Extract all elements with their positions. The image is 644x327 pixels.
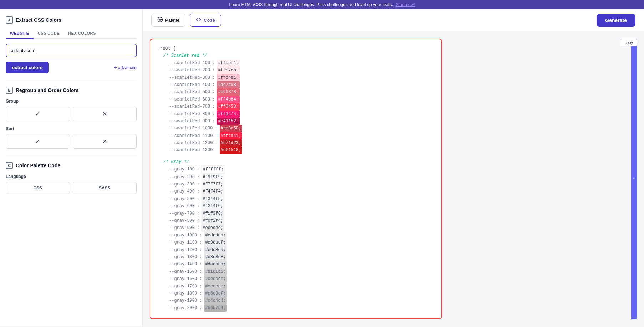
section-a-header: A Extract CSS Colors (6, 16, 137, 24)
palette-label: Palette (165, 17, 179, 23)
input-actions: extract colors advanced (6, 62, 137, 73)
svg-point-3 (160, 20, 160, 21)
banner-link[interactable]: Start now! (395, 2, 415, 7)
group-toggles: ✓ ✕ (6, 107, 137, 121)
language-label: Language (6, 174, 137, 179)
gray-1200-line: --gray-1200 : #e6e8ed; (158, 246, 434, 254)
gray-comment: /* Gray */ (163, 159, 189, 164)
extract-colors-button[interactable]: extract colors (6, 62, 49, 73)
check-icon: ✓ (35, 111, 40, 117)
gray-600-line: --gray-600 : #f2f4f6; (158, 203, 434, 210)
scarlet-1100-line: --scarletRed-1100 : #ff1d41; (158, 132, 434, 139)
gray-1500-line: --gray-1500 : #d1d1d1; (158, 268, 434, 275)
code-wrapper: :root { /* Scarlet red */ --scarletRed-1… (150, 39, 637, 319)
scarlet-700-line: --scarletRed-700 : #ff3458; (158, 103, 434, 110)
gray-1700-line: --gray-1700 : #cccccc; (158, 283, 434, 290)
gray-1400-line: --gray-1400 : #dadbdd; (158, 261, 434, 268)
main-area: Palette Code Generate :root { (143, 9, 644, 326)
language-buttons: CSS SASS (6, 182, 137, 194)
toolbar-left: Palette Code (151, 14, 221, 27)
url-input-wrapper (6, 44, 137, 57)
scarlet-1000-line: --scarletRed-1000 : #rc3e50; (158, 125, 434, 132)
url-input[interactable] (6, 44, 137, 57)
gray-comment-line: /* Gray */ (158, 158, 434, 165)
banner-text: Learn HTML/CSS through real UI challenge… (229, 2, 393, 7)
svg-point-2 (161, 19, 162, 20)
sort-toggles: ✓ ✕ (6, 134, 137, 149)
group-x-button[interactable]: ✕ (73, 107, 137, 121)
palette-icon (157, 17, 163, 24)
code-icon (196, 17, 201, 24)
section-a-title: Extract CSS Colors (16, 17, 61, 23)
tab-hex-colors[interactable]: HEX COLORS (64, 29, 100, 39)
section-b-title: Regroup and Order Colors (16, 87, 79, 93)
root-open-line: :root { (158, 45, 434, 52)
generate-button[interactable]: Generate (597, 14, 635, 27)
top-banner: Learn HTML/CSS through real UI challenge… (0, 0, 644, 9)
gray-1300-line: --gray-1300 : #e8e8e8; (158, 254, 434, 261)
svg-point-0 (158, 17, 162, 22)
x-icon: ✕ (102, 111, 107, 117)
scarlet-200-line: --scarletRed-200 : #ffe7eb; (158, 67, 434, 74)
divider-ab (6, 80, 137, 80)
scarlet-100-line: --scarletRed-100 : #ffeef1; (158, 60, 434, 67)
group-label: Group (6, 99, 137, 104)
gray-800-line: --gray-800 : #f0f2f4; (158, 217, 434, 224)
sass-language-button[interactable]: SASS (73, 182, 137, 194)
gray-2000-line: --gray-2000 : #b6b7b4; (158, 305, 434, 312)
scarlet-1200-line: --scarletRed-1200 : #c71d23; (158, 139, 434, 147)
section-c-header: C Color Palette Code (6, 162, 137, 169)
scarlet-500-line: --scarletRed-500 : #e66378; (158, 88, 434, 96)
advanced-link[interactable]: advanced (114, 65, 137, 70)
sidebar: A Extract CSS Colors WEBSITE CSS CODE HE… (0, 9, 143, 326)
copy-button[interactable]: copy (621, 39, 637, 46)
code-label: Code (204, 17, 215, 23)
gray-1600-line: --gray-1600 : #cecece; (158, 275, 434, 282)
section-c-badge: C (6, 162, 13, 169)
section-b-badge: B (6, 87, 13, 94)
gray-400-line: --gray-400 : #f4f4f4; (158, 188, 434, 195)
gray-1900-line: --gray-1900 : #c4c4c4; (158, 297, 434, 304)
content-area: :root { /* Scarlet red */ --scarletRed-1… (143, 31, 644, 326)
scarlet-600-line: --scarletRed-600 : #ff4b84; (158, 96, 434, 103)
gray-900-line: --gray-900 : #eeeeee; (158, 224, 434, 231)
gray-1000-line: --gray-1000 : #ededed; (158, 232, 434, 239)
scarlet-1300-line: --scarletRed-1300 : #d61518; (158, 147, 434, 154)
gray-700-line: --gray-700 : #f1f3f6; (158, 210, 434, 217)
side-panel-hint[interactable]: › (631, 39, 637, 319)
scarlet-900-line: --scarletRed-900 : #c41152; (158, 118, 434, 125)
sort-check-button[interactable]: ✓ (6, 134, 70, 149)
scarlet-300-line: --scarletRed-300 : #ffc4d1; (158, 74, 434, 81)
check-icon-sort: ✓ (35, 138, 40, 145)
toolbar: Palette Code Generate (143, 9, 644, 31)
scarlet-400-line: --scarletRed-400 : #de7488; (158, 81, 434, 88)
css-language-button[interactable]: CSS (6, 182, 70, 194)
code-block[interactable]: :root { /* Scarlet red */ --scarletRed-1… (150, 39, 442, 319)
section-a-badge: A (6, 16, 13, 24)
sort-x-button[interactable]: ✕ (73, 134, 137, 149)
group-check-button[interactable]: ✓ (6, 107, 70, 121)
spacer-1 (158, 154, 434, 158)
gray-1100-line: --gray-1100 : #e9ebef; (158, 239, 434, 246)
scarlet-800-line: --scarletRed-800 : #ff1474; (158, 111, 434, 118)
website-tabs: WEBSITE CSS CODE HEX COLORS (6, 29, 137, 39)
code-button[interactable]: Code (190, 14, 221, 27)
root-open: :root { (158, 45, 175, 52)
tab-css-code[interactable]: CSS CODE (34, 29, 64, 39)
section-c-title: Color Palette Code (16, 163, 60, 168)
gray-200-line: --gray-200 : #f9f9f9; (158, 174, 434, 181)
tab-website[interactable]: WEBSITE (6, 29, 34, 39)
palette-button[interactable]: Palette (151, 14, 185, 27)
svg-point-1 (159, 19, 159, 20)
scarlet-comment-line: /* Scarlet red */ (158, 52, 434, 59)
gray-100-line: --gray-100 : #ffffff; (158, 165, 434, 173)
gray-300-line: --gray-300 : #f7f7f7; (158, 181, 434, 188)
gray-1800-line: --gray-1800 : #c6c9cf; (158, 290, 434, 297)
gray-500-line: --gray-500 : #f3f4f5; (158, 195, 434, 203)
divider-bc (6, 155, 137, 155)
x-icon-sort: ✕ (102, 138, 107, 145)
sort-label: Sort (6, 126, 137, 131)
scarlet-comment: /* Scarlet red */ (163, 53, 207, 58)
section-b-header: B Regroup and Order Colors (6, 87, 137, 94)
